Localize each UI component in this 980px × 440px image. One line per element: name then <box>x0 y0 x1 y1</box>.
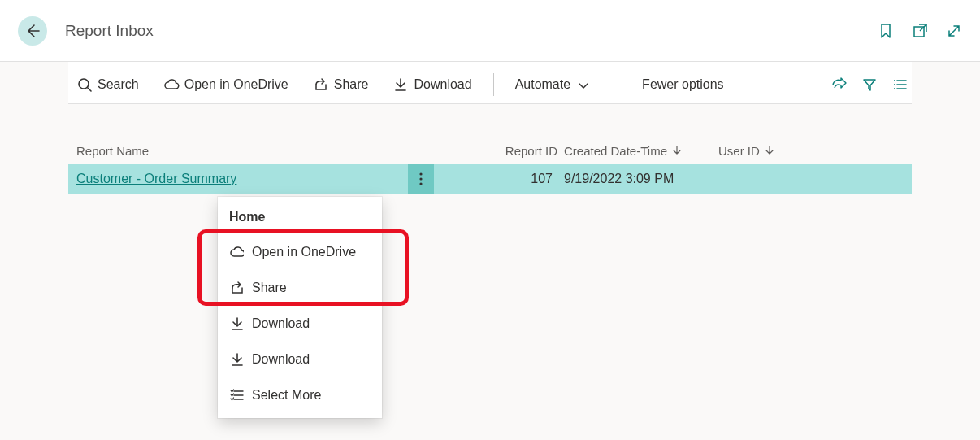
table-row[interactable]: Customer - Order Summary 107 9/19/2022 3… <box>68 164 912 194</box>
expand-icon <box>946 23 962 39</box>
more-vertical-icon <box>413 171 429 187</box>
page-title: Report Inbox <box>65 22 878 40</box>
report-name-link[interactable]: Customer - Order Summary <box>76 172 361 186</box>
back-button[interactable] <box>18 16 47 46</box>
arrow-left-icon <box>24 22 41 40</box>
download-label: Download <box>414 77 471 92</box>
toolbar: Search Open in OneDrive Share Download A… <box>68 62 912 104</box>
select-more-icon <box>229 387 244 403</box>
filter-icon <box>861 76 878 93</box>
download-icon <box>229 351 244 368</box>
list-icon <box>892 76 908 93</box>
arrow-down-icon <box>763 144 776 157</box>
automate-label: Automate <box>515 77 570 92</box>
filter-button[interactable] <box>858 76 881 93</box>
share-button[interactable]: Share <box>305 72 377 98</box>
row-more-button[interactable] <box>408 164 434 194</box>
fewer-options-button[interactable]: Fewer options <box>634 72 732 97</box>
column-user-id[interactable]: User ID <box>718 144 816 158</box>
context-menu: Home Open in OneDrive Share Download Dow… <box>218 197 382 418</box>
fewer-options-label: Fewer options <box>642 77 724 92</box>
share-arrow-icon <box>229 280 244 296</box>
cloud-icon <box>229 244 244 260</box>
context-menu-header: Home <box>218 203 382 234</box>
created-cell: 9/19/2022 3:09 PM <box>564 172 718 186</box>
list-view-button[interactable] <box>889 76 912 93</box>
share-out-icon <box>830 76 847 93</box>
bookmark-icon <box>878 22 894 40</box>
cm-open-onedrive[interactable]: Open in OneDrive <box>218 234 382 270</box>
automate-button[interactable]: Automate <box>507 72 598 97</box>
cm-download-2[interactable]: Download <box>218 342 382 377</box>
search-label: Search <box>98 77 139 92</box>
bookmark-button[interactable] <box>878 22 894 40</box>
popout-button[interactable] <box>912 22 928 40</box>
column-report-id[interactable]: Report ID <box>434 144 564 158</box>
report-id-cell: 107 <box>434 172 564 186</box>
column-report-name[interactable]: Report Name <box>76 144 361 158</box>
download-button[interactable]: Download <box>384 72 479 98</box>
column-created[interactable]: Created Date-Time <box>564 144 718 158</box>
expand-button[interactable] <box>946 23 962 39</box>
download-icon <box>392 76 409 93</box>
popout-icon <box>912 22 928 40</box>
cm-download-1[interactable]: Download <box>218 306 382 342</box>
table-header: Report Name Report ID Created Date-Time … <box>68 137 912 164</box>
cm-select-more[interactable]: Select More <box>218 377 382 413</box>
cloud-icon <box>163 76 180 93</box>
download-icon <box>229 316 244 332</box>
chevron-down-icon <box>575 77 590 92</box>
page-header: Report Inbox <box>0 0 980 62</box>
share-arrow-icon <box>313 76 329 93</box>
search-icon <box>76 76 93 93</box>
cm-share[interactable]: Share <box>218 270 382 306</box>
toolbar-divider <box>493 73 494 96</box>
share-label: Share <box>334 77 369 92</box>
search-button[interactable]: Search <box>68 72 147 98</box>
onedrive-label: Open in OneDrive <box>184 77 288 92</box>
open-onedrive-button[interactable]: Open in OneDrive <box>155 72 297 98</box>
report-table: Report Name Report ID Created Date-Time … <box>68 137 912 194</box>
share-page-button[interactable] <box>827 76 850 93</box>
arrow-down-icon <box>670 144 683 157</box>
